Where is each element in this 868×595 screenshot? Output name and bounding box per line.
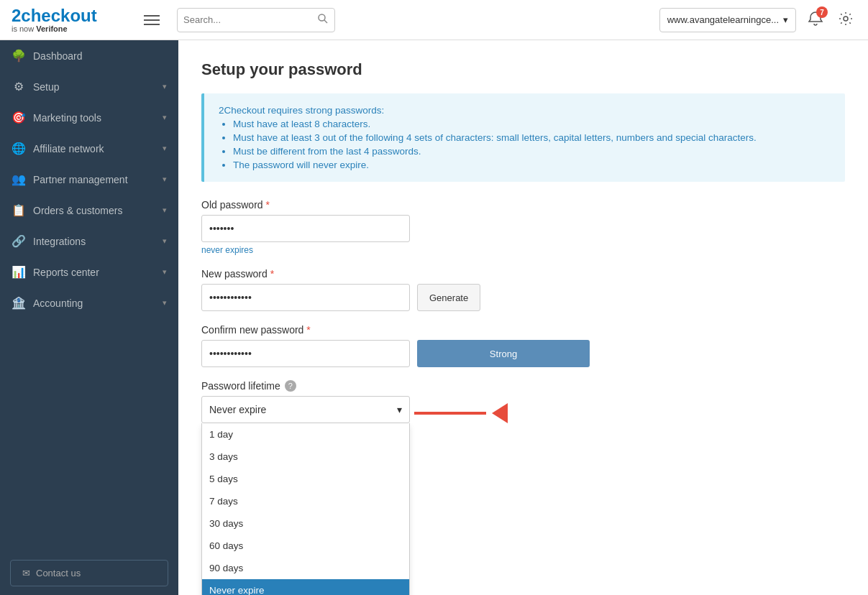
- lifetime-dropdown-wrapper: Never expire ▾ 1 day 3 days 5 days 7 day…: [201, 396, 410, 423]
- info-item: Must have at least 8 characters.: [233, 119, 831, 129]
- lifetime-dropdown[interactable]: Never expire ▾: [201, 396, 410, 423]
- chevron-down-icon: ▾: [163, 82, 167, 91]
- chevron-down-icon: ▾: [163, 236, 167, 246]
- header: 2checkout is now Verifone www.avangatele…: [0, 0, 868, 40]
- info-intro: 2Checkout requires strong passwords:: [219, 105, 831, 116]
- confirm-password-input[interactable]: [201, 340, 410, 367]
- old-password-label: Old password *: [201, 199, 845, 211]
- dropdown-option-1day[interactable]: 1 day: [202, 423, 409, 446]
- new-password-input[interactable]: [201, 284, 410, 311]
- setup-icon: ⚙: [12, 80, 26, 93]
- info-item: Must be different from the last 4 passwo…: [233, 146, 831, 157]
- dropdown-option-3days[interactable]: 3 days: [202, 446, 409, 468]
- search-input[interactable]: [183, 14, 317, 25]
- notifications-button[interactable]: 7: [805, 8, 826, 32]
- dropdown-option-30days[interactable]: 30 days: [202, 512, 409, 535]
- account-selector[interactable]: www.avangatelearningce... ▾: [659, 8, 796, 32]
- dropdown-option-never-expire[interactable]: Never expire: [202, 579, 409, 595]
- partner-icon: 👥: [12, 172, 26, 186]
- envelope-icon: ✉: [22, 568, 30, 578]
- header-right: www.avangatelearningce... ▾ 7: [659, 8, 856, 32]
- sidebar: 🌳 Dashboard ⚙ Setup ▾ 🎯 Marketing tools …: [0, 40, 178, 595]
- logo-text: 2checkout: [12, 7, 97, 24]
- new-password-label: New password *: [201, 268, 845, 280]
- dashboard-icon: 🌳: [12, 49, 26, 63]
- integrations-icon: 🔗: [12, 234, 26, 248]
- arrow-indicator: [414, 403, 845, 423]
- dropdown-option-5days[interactable]: 5 days: [202, 468, 409, 490]
- orders-icon: 📋: [12, 203, 26, 217]
- svg-point-2: [844, 17, 848, 21]
- chevron-down-icon: ▾: [163, 175, 167, 184]
- dropdown-option-90days[interactable]: 90 days: [202, 557, 409, 579]
- help-icon[interactable]: ?: [285, 380, 296, 392]
- affiliate-icon: 🌐: [12, 142, 26, 155]
- sidebar-item-dashboard[interactable]: 🌳 Dashboard: [0, 40, 178, 71]
- page-title: Setup your password: [201, 60, 845, 79]
- search-box: [177, 8, 335, 32]
- confirm-password-row: Strong: [201, 340, 845, 367]
- layout: 🌳 Dashboard ⚙ Setup ▾ 🎯 Marketing tools …: [0, 40, 868, 595]
- required-marker: *: [265, 199, 269, 211]
- contact-us-button[interactable]: ✉ Contact us: [10, 560, 168, 586]
- chevron-down-icon: ▾: [783, 14, 788, 25]
- sidebar-item-marketing-tools[interactable]: 🎯 Marketing tools ▾: [0, 102, 178, 133]
- logo: 2checkout is now Verifone: [12, 7, 127, 33]
- logo-sub: is now Verifone: [12, 24, 68, 33]
- search-icon: [317, 13, 329, 27]
- hamburger-button[interactable]: [138, 12, 165, 28]
- confirm-password-label: Confirm new password *: [201, 324, 845, 336]
- sidebar-item-integrations[interactable]: 🔗 Integrations ▾: [0, 226, 178, 257]
- required-marker: *: [306, 324, 310, 336]
- lifetime-label: Password lifetime ?: [201, 380, 845, 392]
- accounting-icon: 🏦: [12, 296, 26, 310]
- chevron-down-icon: ▾: [163, 206, 167, 215]
- lifetime-dropdown-menu: 1 day 3 days 5 days 7 days 30 days 60 da…: [201, 423, 410, 595]
- arrow-line: [414, 412, 486, 415]
- sidebar-item-setup[interactable]: ⚙ Setup ▾: [0, 71, 178, 102]
- chevron-down-icon: ▾: [163, 298, 167, 308]
- confirm-password-section: Confirm new password * Strong: [201, 324, 845, 367]
- chevron-down-icon: ▾: [163, 113, 167, 122]
- info-item: Must have at least 3 out of the followin…: [233, 132, 831, 143]
- info-item: The password will never expire.: [233, 160, 831, 170]
- chevron-down-icon: ▾: [397, 404, 402, 415]
- generate-button[interactable]: Generate: [417, 284, 480, 311]
- svg-line-1: [324, 20, 327, 23]
- sidebar-item-affiliate-network[interactable]: 🌐 Affiliate network ▾: [0, 133, 178, 164]
- password-lifetime-section: Password lifetime ? Never expire ▾ 1 day…: [201, 380, 845, 423]
- chevron-down-icon: ▾: [163, 144, 167, 153]
- reports-icon: 📊: [12, 265, 26, 279]
- sidebar-item-reports-center[interactable]: 📊 Reports center ▾: [0, 257, 178, 287]
- main-content: Setup your password 2Checkout requires s…: [178, 40, 868, 595]
- info-box: 2Checkout requires strong passwords: Mus…: [201, 93, 845, 182]
- new-password-section: New password * Generate: [201, 268, 845, 311]
- notification-badge: 7: [816, 6, 828, 18]
- required-marker: *: [270, 268, 274, 280]
- dropdown-option-7days[interactable]: 7 days: [202, 490, 409, 512]
- svg-point-0: [319, 14, 325, 21]
- new-password-row: Generate: [201, 284, 845, 311]
- marketing-icon: 🎯: [12, 111, 26, 124]
- red-arrow-icon: [492, 403, 508, 423]
- chevron-down-icon: ▾: [163, 267, 167, 277]
- strong-badge: Strong: [417, 340, 590, 367]
- sidebar-item-orders-customers[interactable]: 📋 Orders & customers ▾: [0, 195, 178, 226]
- dropdown-option-60days[interactable]: 60 days: [202, 535, 409, 557]
- old-password-section: Old password * never expires: [201, 199, 845, 255]
- never-expires-text: never expires: [201, 245, 845, 255]
- sidebar-item-accounting[interactable]: 🏦 Accounting ▾: [0, 287, 178, 318]
- sidebar-item-partner-management[interactable]: 👥 Partner management ▾: [0, 164, 178, 195]
- old-password-input[interactable]: [201, 215, 410, 242]
- settings-button[interactable]: [835, 8, 856, 32]
